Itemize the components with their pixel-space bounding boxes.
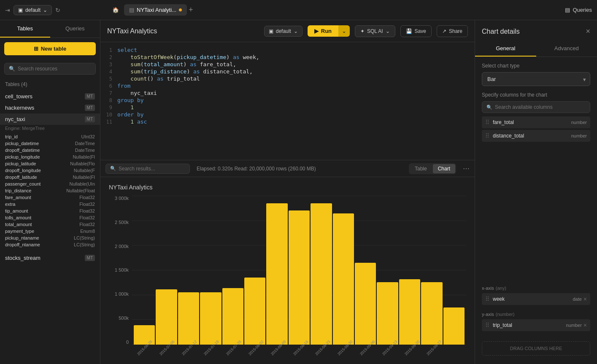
x-axis-label: x-axis <box>482 286 494 291</box>
panel-tab-advanced[interactable]: Advanced <box>536 41 597 57</box>
search-icon: 🔍 <box>9 66 15 72</box>
bar[interactable] <box>222 288 243 345</box>
sidebar-item-cell-towers[interactable]: cell_towers MT <box>0 91 100 102</box>
run-label: Run <box>321 28 332 34</box>
save-icon: 💾 <box>406 28 412 34</box>
column-name: distance_total <box>493 133 571 139</box>
bar[interactable] <box>421 282 442 345</box>
table-badge: MT <box>85 93 95 100</box>
table-view-button[interactable]: Table <box>410 164 432 173</box>
available-column-fare-total[interactable]: ⠿ fare_total number <box>482 116 590 128</box>
bar[interactable] <box>200 292 221 345</box>
bar[interactable] <box>443 307 465 345</box>
x-axis-section: x-axis (any) ⠿ week date × <box>475 286 597 312</box>
list-item: fare_amountFloat32 <box>5 194 95 201</box>
close-panel-button[interactable]: × <box>586 27 590 36</box>
column-type: number <box>571 133 587 138</box>
more-options-button[interactable]: ⋯ <box>463 164 470 173</box>
panel-tab-general[interactable]: General <box>475 41 536 57</box>
editor-line-11: 11 1 asc <box>100 118 475 125</box>
sql-ai-button[interactable]: ✦ SQL AI ⌄ <box>355 25 395 37</box>
chart-type-select[interactable]: Bar Line Area <box>482 72 590 86</box>
db-icon: ▣ <box>18 7 23 13</box>
sidebar-item-nyc-taxi[interactable]: nyc_taxi MT <box>0 113 100 125</box>
drag-handle-icon: ⠿ <box>485 296 489 302</box>
db-badge-chevron: ⌄ <box>294 28 298 34</box>
sql-ai-label: SQL AI <box>367 28 383 34</box>
home-tab[interactable]: 🏠 <box>109 4 122 16</box>
editor-line-9: 9 1 <box>100 104 475 111</box>
chart-view-button[interactable]: Chart <box>433 164 455 173</box>
run-dropdown-button[interactable]: ⌄ <box>338 25 350 37</box>
list-item: pickup_ntanameLC(String) <box>5 235 95 241</box>
results-search-input[interactable] <box>119 166 185 172</box>
chart-type-section: Select chart type Bar Line Area <box>475 57 597 92</box>
sidebar-item-hackernews[interactable]: hackernews MT <box>0 102 100 113</box>
x-axis: 2015-06-282015-07-052015-07-122015-07-19… <box>132 345 466 357</box>
bar[interactable] <box>289 210 310 345</box>
remove-x-axis-button[interactable]: × <box>583 296 587 302</box>
search-input[interactable] <box>18 66 91 72</box>
list-item: pickup_datetimeDateTime <box>5 140 95 147</box>
save-button[interactable]: 💾 Save <box>400 25 432 37</box>
back-button[interactable]: ⇥ <box>5 7 10 13</box>
share-button[interactable]: ↗ Share <box>437 25 468 37</box>
drag-handle-icon: ⠿ <box>485 322 489 329</box>
column-type: number <box>571 120 587 125</box>
sidebar-tab-tables[interactable]: Tables <box>0 20 50 38</box>
bar[interactable] <box>266 203 287 345</box>
results-stats: Elapsed: 0.320s Read: 20,000,000 rows (2… <box>197 166 402 172</box>
column-search-input[interactable] <box>495 104 586 110</box>
run-group: ▶ Run ⌄ <box>308 25 350 37</box>
drag-zone-label: DRAG COLUMNS HERE <box>510 346 562 351</box>
share-label: Share <box>449 28 462 34</box>
y-label: 2 000k <box>115 244 129 249</box>
db-selector-badge[interactable]: ▣ default ⌄ <box>264 26 303 37</box>
query-tab[interactable]: ▤ NYTaxi Analyti... <box>124 4 187 16</box>
queries-icon: ▤ <box>565 7 570 13</box>
db-badge-label: default <box>276 28 291 34</box>
bar[interactable] <box>333 213 354 345</box>
table-name: stocks_stream <box>5 255 41 261</box>
available-column-distance-total[interactable]: ⠿ distance_total number <box>482 130 590 142</box>
y-label: 1 000k <box>115 291 129 297</box>
queries-button[interactable]: ▤ Queries <box>565 7 592 13</box>
list-item: trip_distanceNullable(Float <box>5 187 95 194</box>
column-list: trip_idUInt32 pickup_datetimeDateTime dr… <box>0 133 100 248</box>
sidebar-item-stocks-stream[interactable]: stocks_stream MT <box>0 252 100 264</box>
add-tab-button[interactable]: + <box>189 5 193 14</box>
tab-title: NYTaxi Analyti... <box>137 7 176 13</box>
columns-label: Specify columns for the chart <box>482 92 590 98</box>
main-layout: Tables Queries ⊞ New table 🔍 Tables (4) … <box>0 20 597 364</box>
y-axis: 3 000k 2 500k 2 000k 1 500k 1 000k 500k … <box>109 196 132 345</box>
bar[interactable] <box>244 278 265 345</box>
list-item: dropoff_longitudeNullable(F <box>5 167 95 174</box>
tables-header: Tables (4) <box>0 78 100 91</box>
remove-y-axis-button[interactable]: × <box>583 322 587 329</box>
list-item: dropoff_datetimeDateTime <box>5 147 95 154</box>
bar[interactable] <box>355 263 376 345</box>
sidebar-tab-queries[interactable]: Queries <box>50 20 100 38</box>
bar[interactable] <box>178 292 199 345</box>
bar[interactable] <box>156 289 177 345</box>
y-label: 500k <box>119 315 129 321</box>
table-name: cell_towers <box>5 93 32 100</box>
bar[interactable] <box>311 203 332 345</box>
run-button[interactable]: ▶ Run <box>308 25 338 37</box>
sql-editor[interactable]: 1 select 2 toStartOfWeek(pickup_datetime… <box>100 42 475 160</box>
panel-header: Chart details × <box>475 20 597 36</box>
y-axis-col-type: number <box>566 323 582 328</box>
db-selector[interactable]: ▣ default ⌄ <box>14 5 52 15</box>
table-badge: MT <box>85 255 95 261</box>
bar[interactable] <box>377 282 398 345</box>
run-icon: ▶ <box>314 28 319 34</box>
refresh-button[interactable]: ↻ <box>55 7 60 13</box>
new-table-button[interactable]: ⊞ New table <box>4 42 96 55</box>
editor-line-3: 3 sum(total_amount) as fare_total, <box>100 61 475 68</box>
y-axis-column-row: ⠿ trip_total number × <box>482 319 590 331</box>
bar[interactable] <box>399 279 420 345</box>
drag-columns-zone[interactable]: DRAG COLUMNS HERE <box>482 341 590 356</box>
x-axis-type: (any) <box>496 286 506 291</box>
tab-icon: ▤ <box>129 7 134 13</box>
search-icon: 🔍 <box>110 166 116 171</box>
